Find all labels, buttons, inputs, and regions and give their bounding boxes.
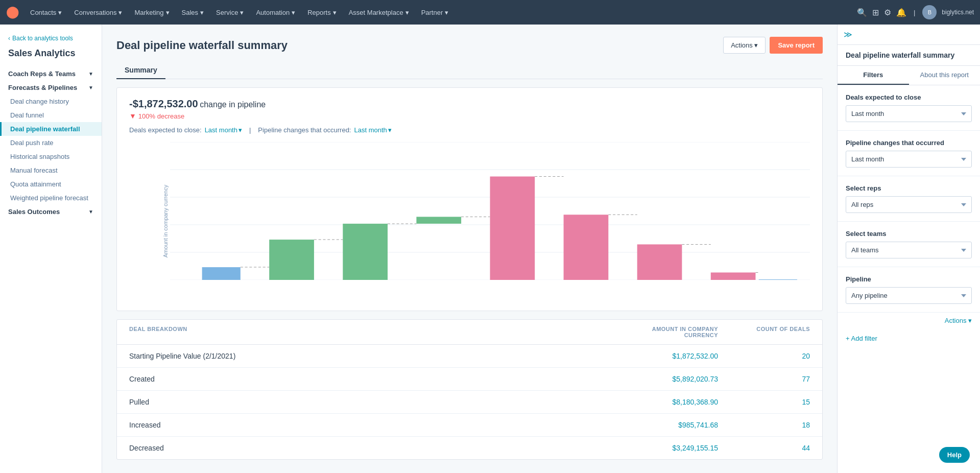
teams-select[interactable]: All teams (846, 242, 972, 258)
filter-select-reps: Select reps All reps (838, 176, 980, 222)
filter-label: Pipeline (846, 275, 972, 283)
filter-row: Deals expected to close: Last month ▾ | … (129, 126, 810, 134)
panel-tabs: Filters About this report (838, 66, 980, 85)
sidebar-section-coach[interactable]: Coach Reps & Teams ▼ (0, 67, 102, 81)
search-icon[interactable]: 🔍 (857, 8, 867, 17)
change-label: change in pipeline (200, 100, 266, 109)
panel-tab-about[interactable]: About this report (909, 66, 981, 85)
nav-service[interactable]: Service ▾ (211, 7, 249, 18)
sidebar-item-deal-change-history[interactable]: Deal change history (0, 94, 102, 108)
chevron-down-icon: ▼ (88, 71, 93, 77)
panel-title: Deal pipeline waterfall summary (838, 45, 980, 66)
sidebar-section-sales-outcomes[interactable]: Sales Outcomes ▼ (0, 205, 102, 219)
svg-rect-15 (269, 240, 314, 280)
filter-deals-close: Deals expected to close Last month (838, 85, 980, 131)
tab-summary[interactable]: Summary (116, 62, 165, 79)
filter-label: Deals expected to close (846, 93, 972, 101)
username: biglytics.net (942, 9, 974, 16)
nav-reports[interactable]: Reports ▾ (302, 7, 342, 18)
svg-rect-11 (202, 267, 241, 280)
chevron-down-icon: ▼ (88, 85, 93, 90)
y-axis-label: Amount in company currency (162, 185, 169, 257)
sidebar-section-forecasts[interactable]: Forecasts & Pipelines ▼ (0, 81, 102, 94)
table-row: Pulled $8,180,368.90 15 (117, 391, 822, 414)
table-header: DEAL BREAKDOWN AMOUNT IN COMPANY CURRENC… (117, 320, 822, 345)
svg-rect-33 (711, 272, 756, 280)
svg-rect-30 (637, 244, 682, 280)
chart-area: Amount in company currency $20,000,000 $… (129, 142, 810, 300)
filter-select-teams: Select teams All teams (838, 222, 980, 267)
panel-actions-row: Actions ▾ (838, 313, 980, 328)
svg-rect-21 (416, 217, 461, 224)
deals-close-select[interactable]: Last month (846, 105, 972, 122)
nav-partner[interactable]: Partner ▾ (416, 7, 454, 18)
sidebar-item-deal-funnel[interactable]: Deal funnel (0, 108, 102, 122)
back-link[interactable]: ‹ Back to analytics tools (0, 33, 102, 48)
apps-icon[interactable]: ⊞ (872, 8, 879, 17)
reps-select[interactable]: All reps (846, 196, 972, 213)
main-content: Deal pipeline waterfall summary Actions … (102, 25, 837, 473)
sidebar-title: Sales Analytics (0, 48, 102, 67)
sidebar-item-deal-push-rate[interactable]: Deal push rate (0, 136, 102, 150)
panel-tab-filters[interactable]: Filters (838, 66, 909, 85)
table-row: Starting Pipeline Value (2/1/2021) $1,87… (117, 345, 822, 368)
nav-automation[interactable]: Automation ▾ (251, 7, 300, 18)
nav-asset-marketplace[interactable]: Asset Marketplace ▾ (344, 7, 414, 18)
nav-conversations[interactable]: Conversations ▾ (69, 7, 127, 18)
deal-breakdown-table: DEAL BREAKDOWN AMOUNT IN COMPANY CURRENC… (116, 319, 823, 460)
save-report-button[interactable]: Save report (770, 37, 823, 54)
add-filter-button[interactable]: + Add filter (838, 328, 980, 348)
svg-rect-18 (343, 224, 388, 280)
sidebar: ‹ Back to analytics tools Sales Analytic… (0, 25, 102, 473)
page-header: Deal pipeline waterfall summary Actions … (116, 37, 823, 54)
sidebar-item-manual-forecast[interactable]: Manual forecast (0, 163, 102, 177)
sidebar-item-quota-attainment[interactable]: Quota attainment (0, 177, 102, 191)
filter-pipeline: Pipeline Any pipeline (838, 267, 980, 313)
notifications-icon[interactable]: 🔔 (896, 8, 906, 17)
nav-sales[interactable]: Sales ▾ (177, 7, 209, 18)
top-navigation: ⬤ Contacts ▾ Conversations ▾ Marketing ▾… (0, 0, 980, 25)
page-title: Deal pipeline waterfall summary (116, 39, 288, 52)
pipeline-changes-select[interactable]: Last month (846, 151, 972, 168)
sidebar-item-historical-snapshots[interactable]: Historical snapshots (0, 150, 102, 163)
avatar[interactable]: B (922, 5, 937, 19)
svg-rect-36 (759, 279, 797, 280)
change-amount: -$1,872,532.00 (129, 98, 198, 109)
nav-marketing[interactable]: Marketing ▾ (129, 7, 174, 18)
table-row: Decreased $3,249,155.15 44 (117, 437, 822, 459)
sidebar-item-weighted-pipeline-forecast[interactable]: Weighted pipeline forecast (0, 191, 102, 205)
panel-collapse-button[interactable]: ≫ (838, 25, 980, 45)
filter-label: Select reps (846, 184, 972, 192)
chevron-down-icon: ▼ (88, 209, 93, 215)
main-layout: ‹ Back to analytics tools Sales Analytic… (0, 25, 980, 473)
filter-label: Select teams (846, 230, 972, 238)
table-row: Increased $985,741.68 18 (117, 414, 822, 437)
panel-actions-link[interactable]: Actions ▾ (945, 317, 972, 324)
nav-contacts[interactable]: Contacts ▾ (25, 7, 67, 18)
report-tabs: Summary (116, 62, 823, 79)
filter-occurred-dropdown[interactable]: Last month ▾ (354, 126, 391, 134)
right-panel: ≫ Deal pipeline waterfall summary Filter… (837, 25, 980, 473)
sidebar-item-deal-pipeline-waterfall[interactable]: Deal pipeline waterfall (0, 122, 102, 136)
help-button[interactable]: Help (939, 447, 970, 463)
header-actions: Actions ▾ Save report (723, 37, 823, 54)
actions-button[interactable]: Actions ▾ (723, 37, 766, 54)
table-row: Created $5,892,020.73 77 (117, 368, 822, 391)
filter-close-dropdown[interactable]: Last month ▾ (205, 126, 242, 134)
summary-box: -$1,872,532.00 change in pipeline ▼ 100%… (116, 87, 823, 311)
filter-pipeline-changes: Pipeline changes that occurred Last mont… (838, 131, 980, 176)
svg-rect-27 (564, 215, 609, 280)
waterfall-chart: $20,000,000 $15,000,000 $10,000,000 $5,0… (170, 142, 810, 280)
pipeline-select[interactable]: Any pipeline (846, 287, 972, 304)
change-pct: ▼ 100% decrease (129, 112, 810, 120)
svg-rect-24 (490, 177, 535, 280)
hubspot-logo[interactable]: ⬤ (6, 6, 19, 19)
topnav-right: 🔍 ⊞ ⚙ 🔔 | B biglytics.net (857, 5, 974, 19)
settings-icon[interactable]: ⚙ (884, 8, 891, 17)
filter-label: Pipeline changes that occurred (846, 139, 972, 147)
